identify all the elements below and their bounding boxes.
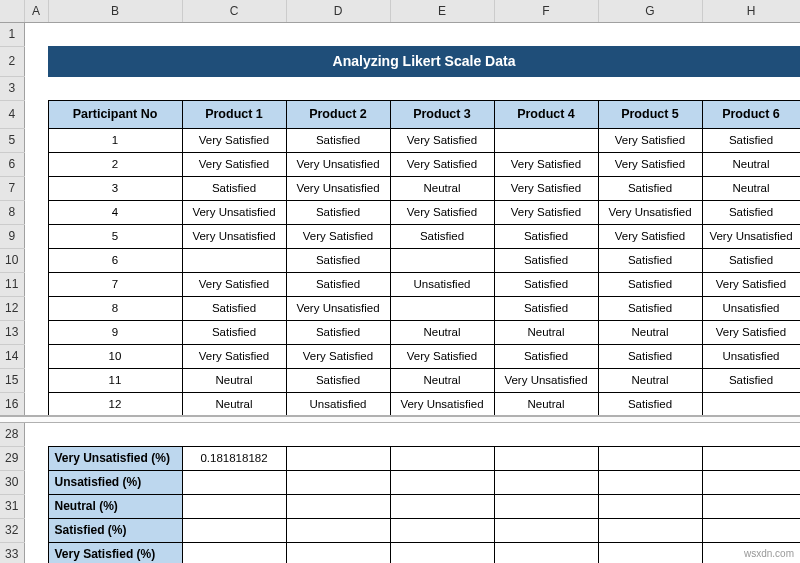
cell[interactable] (286, 422, 390, 446)
cell[interactable] (286, 22, 390, 46)
row-header-1[interactable]: 1 (0, 22, 24, 46)
table-cell[interactable] (390, 296, 494, 320)
table-cell[interactable]: Very Satisfied (598, 224, 702, 248)
row-header-31[interactable]: 31 (0, 494, 24, 518)
table-cell[interactable] (390, 470, 494, 494)
summary-label[interactable]: Satisfied (%) (48, 518, 182, 542)
table-header[interactable]: Product 6 (702, 100, 800, 128)
table-cell[interactable] (598, 542, 702, 563)
table-cell[interactable]: Satisfied (182, 176, 286, 200)
summary-label[interactable]: Very Unsatisfied (%) (48, 446, 182, 470)
table-cell[interactable]: Very Unsatisfied (182, 200, 286, 224)
cell[interactable] (494, 422, 598, 446)
cell[interactable] (598, 22, 702, 46)
table-cell[interactable]: Very Satisfied (390, 128, 494, 152)
table-cell[interactable]: Satisfied (598, 176, 702, 200)
cell[interactable] (24, 76, 48, 100)
table-cell[interactable]: 9 (48, 320, 182, 344)
table-cell[interactable]: Satisfied (286, 320, 390, 344)
table-cell[interactable]: Satisfied (390, 224, 494, 248)
table-cell[interactable] (390, 446, 494, 470)
table-cell[interactable] (494, 128, 598, 152)
cell[interactable] (286, 76, 390, 100)
table-cell[interactable] (390, 542, 494, 563)
cell[interactable] (24, 422, 48, 446)
table-cell[interactable]: Satisfied (598, 248, 702, 272)
table-cell[interactable]: Satisfied (182, 296, 286, 320)
cell[interactable] (24, 100, 48, 128)
table-cell[interactable] (494, 470, 598, 494)
cell[interactable] (182, 22, 286, 46)
table-cell[interactable]: 4 (48, 200, 182, 224)
table-cell[interactable]: 2 (48, 152, 182, 176)
row-header-2[interactable]: 2 (0, 46, 24, 76)
table-cell[interactable]: Satisfied (702, 248, 800, 272)
table-cell[interactable]: 6 (48, 248, 182, 272)
table-cell[interactable] (390, 248, 494, 272)
cell[interactable] (48, 422, 182, 446)
table-cell[interactable]: Neutral (598, 368, 702, 392)
table-cell[interactable]: Very Satisfied (286, 224, 390, 248)
cell[interactable] (494, 22, 598, 46)
table-cell[interactable]: Very Satisfied (182, 272, 286, 296)
cell[interactable] (390, 422, 494, 446)
cell[interactable] (390, 22, 494, 46)
cell[interactable] (24, 272, 48, 296)
row-header-16[interactable]: 16 (0, 392, 24, 416)
table-cell[interactable]: Neutral (494, 392, 598, 416)
table-cell[interactable]: Satisfied (598, 344, 702, 368)
table-cell[interactable]: Satisfied (286, 368, 390, 392)
cell[interactable] (24, 176, 48, 200)
cell[interactable] (24, 224, 48, 248)
cell[interactable] (24, 368, 48, 392)
table-cell[interactable]: Satisfied (702, 200, 800, 224)
row-header-6[interactable]: 6 (0, 152, 24, 176)
summary-label[interactable]: Unsatisfied (%) (48, 470, 182, 494)
row-header-29[interactable]: 29 (0, 446, 24, 470)
summary-value[interactable]: 0.181818182 (182, 446, 286, 470)
cell[interactable] (598, 422, 702, 446)
table-header[interactable]: Product 1 (182, 100, 286, 128)
table-cell[interactable] (598, 494, 702, 518)
table-cell[interactable]: 3 (48, 176, 182, 200)
sheet-title[interactable]: Analyzing Likert Scale Data (48, 46, 800, 76)
table-cell[interactable]: Neutral (702, 176, 800, 200)
table-cell[interactable] (702, 518, 800, 542)
cell[interactable] (24, 344, 48, 368)
table-header[interactable]: Product 3 (390, 100, 494, 128)
table-cell[interactable] (702, 392, 800, 416)
table-cell[interactable]: Satisfied (598, 392, 702, 416)
table-cell[interactable] (286, 446, 390, 470)
table-cell[interactable]: Very Unsatisfied (286, 152, 390, 176)
col-header-A[interactable]: A (24, 0, 48, 22)
table-cell[interactable]: 10 (48, 344, 182, 368)
table-cell[interactable]: Satisfied (494, 272, 598, 296)
table-cell[interactable]: Unsatisfied (702, 296, 800, 320)
cell[interactable] (24, 128, 48, 152)
table-cell[interactable] (494, 542, 598, 563)
table-cell[interactable]: Satisfied (598, 296, 702, 320)
col-header-H[interactable]: H (702, 0, 800, 22)
table-cell[interactable] (494, 518, 598, 542)
table-cell[interactable]: Very Unsatisfied (702, 224, 800, 248)
row-header-11[interactable]: 11 (0, 272, 24, 296)
table-cell[interactable]: 1 (48, 128, 182, 152)
table-cell[interactable]: Very Satisfied (494, 176, 598, 200)
table-cell[interactable]: Very Satisfied (598, 152, 702, 176)
table-cell[interactable] (702, 446, 800, 470)
table-cell[interactable]: Very Satisfied (494, 152, 598, 176)
col-header-G[interactable]: G (598, 0, 702, 22)
table-cell[interactable]: Very Satisfied (702, 272, 800, 296)
cell[interactable] (598, 76, 702, 100)
cell[interactable] (702, 22, 800, 46)
table-cell[interactable]: Neutral (598, 320, 702, 344)
table-cell[interactable]: Very Satisfied (494, 200, 598, 224)
cell[interactable] (48, 22, 182, 46)
table-cell[interactable]: Satisfied (494, 224, 598, 248)
table-cell[interactable] (702, 470, 800, 494)
table-cell[interactable]: Satisfied (598, 272, 702, 296)
cell[interactable] (24, 296, 48, 320)
table-cell[interactable]: 8 (48, 296, 182, 320)
table-cell[interactable] (286, 542, 390, 563)
cell[interactable] (24, 392, 48, 416)
